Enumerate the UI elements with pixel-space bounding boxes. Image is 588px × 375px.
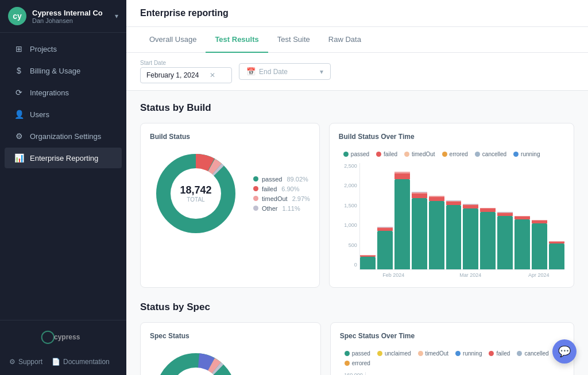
bar-col [532, 163, 547, 269]
spec-bar-title: Spec Status Over Time [340, 332, 415, 340]
spec-donut-chart: 1,362,432 TOTAL [150, 347, 242, 375]
bar-seg-passed [412, 198, 427, 269]
legend-passed-bar: passed [343, 151, 369, 157]
sidebar-item-label: Users [30, 110, 49, 119]
bar-col [463, 163, 478, 269]
projects-icon: ⊞ [14, 44, 24, 53]
sidebar-nav: ⊞ Projects $ Billing & Usage ⟳ Integrati… [0, 33, 126, 320]
bar-seg-passed [549, 243, 564, 269]
build-donut-center: 18,742 TOTAL [180, 184, 211, 203]
build-bar-legend: passed failed timedOut errored cancelled… [343, 151, 540, 157]
tab-overall-usage[interactable]: Overall Usage [140, 27, 206, 53]
bar-col [533, 372, 548, 375]
sidebar-logo: cy [8, 7, 26, 25]
status-by-build-title: Status by Build [140, 102, 574, 114]
bar-col [466, 372, 481, 375]
build-bar-chart-area: 05001,0001,5002,0002,500 [339, 163, 564, 278]
bar-col [429, 163, 444, 269]
build-legend: passed 89.02% failed 6.90% timedOut [253, 176, 310, 212]
start-date-input[interactable]: February 1, 2024 ✕ [140, 67, 232, 83]
chevron-down-icon[interactable]: ▾ [115, 12, 118, 20]
legend-timedout: timedOut 2.97% [253, 195, 310, 202]
spec-legend-running-bar: running [455, 350, 482, 357]
bar-col [377, 163, 393, 269]
bar-col [480, 163, 496, 269]
tab-raw-data[interactable]: Raw Data [319, 27, 370, 53]
bar-col [449, 372, 464, 375]
timedout-dot [253, 196, 258, 201]
spec-donut-container: 1,362,432 TOTAL passed 90.33% [150, 347, 311, 375]
main-content: Status by Build Build Status [126, 91, 588, 375]
sidebar-item-integrations[interactable]: ⟳ Integrations [5, 82, 122, 103]
enterprise-icon: 📊 [14, 153, 24, 163]
settings-icon: ⚙ [14, 132, 24, 141]
bar-col [416, 372, 431, 375]
chat-bubble[interactable]: 💬 [552, 339, 577, 364]
tab-test-results[interactable]: Test Results [206, 27, 268, 53]
user-name: Dan Johansen [32, 17, 109, 24]
spec-charts-row: Spec Status 1,362,432 [140, 322, 574, 375]
build-bar-title: Build Status Over Time [339, 133, 415, 141]
spec-legend-errored-bar: errored [345, 360, 370, 366]
bar-seg-passed [463, 208, 478, 269]
sidebar-item-projects[interactable]: ⊞ Projects [5, 38, 122, 59]
status-by-spec-title: Status by Spec [140, 301, 574, 313]
sidebar-item-users[interactable]: 👤 Users [5, 104, 122, 125]
docs-label: Documentation [63, 358, 110, 366]
support-link[interactable]: ⚙ Support [9, 358, 42, 366]
start-date-value: February 1, 2024 [146, 71, 199, 79]
tabs-bar: Overall Usage Test Results Test Suite Ra… [126, 27, 588, 53]
build-donut-container: 18,742 TOTAL passed 89.02% [150, 148, 310, 239]
legend-running-bar: running [513, 151, 540, 157]
legend-errored-bar: errored [442, 151, 468, 157]
bar-col [432, 372, 447, 375]
sidebar-item-label: Organization Settings [30, 132, 101, 141]
passed-dot [253, 176, 258, 181]
start-date-wrap: Start Date February 1, 2024 ✕ [140, 60, 232, 83]
bar-col [482, 372, 497, 375]
other-dot [253, 206, 258, 211]
clear-date-icon[interactable]: ✕ [210, 71, 215, 79]
bar-seg-passed [480, 212, 496, 269]
bar-col [360, 163, 376, 269]
bar-col [446, 163, 462, 269]
spec-bars-area [365, 372, 564, 375]
bar-seg-failed [429, 197, 444, 201]
spec-legend-passed-bar: passed [345, 350, 370, 357]
bar-col [382, 372, 397, 375]
build-donut-card: Build Status [140, 123, 320, 288]
end-date-input[interactable]: 📅 End Date ▾ [239, 63, 331, 80]
sidebar-header[interactable]: cy Cypress Internal Co Dan Johansen ▾ [0, 0, 126, 33]
billing-icon: $ [14, 66, 24, 75]
docs-link[interactable]: 📄 Documentation [52, 358, 110, 366]
bar-col [412, 163, 427, 269]
spec-bar-card: Spec Status Over Time passed unclaimed t… [330, 322, 574, 375]
build-bar-card: Build Status Over Time passed failed tim… [329, 123, 574, 288]
sidebar-item-billing[interactable]: $ Billing & Usage [5, 60, 122, 81]
footer-links: ⚙ Support 📄 Documentation [9, 358, 117, 366]
build-charts-row: Build Status [140, 123, 574, 288]
tab-test-suite[interactable]: Test Suite [268, 27, 319, 53]
spec-legend-timedout-bar: timedOut [418, 350, 449, 357]
sidebar-item-label: Enterprise Reporting [30, 154, 98, 163]
chevron-down-icon: ▾ [320, 68, 323, 76]
bar-seg-failed [412, 194, 427, 198]
legend-failed: failed 6.90% [253, 185, 310, 192]
bar-col [514, 163, 530, 269]
build-donut-title: Build Status [150, 133, 310, 141]
sidebar-item-org-settings[interactable]: ⚙ Organization Settings [5, 126, 122, 146]
spec-bar-chart-inner: Feb 2024 Mar 2024 Apr 2024 [365, 372, 564, 375]
build-total: 18,742 [180, 184, 211, 196]
sidebar: cy Cypress Internal Co Dan Johansen ▾ ⊞ … [0, 0, 126, 375]
sidebar-item-label: Integrations [30, 88, 69, 97]
build-donut-chart: 18,742 TOTAL [150, 148, 242, 239]
svg-text:cypress: cypress [54, 334, 80, 342]
sidebar-footer: cypress ⚙ Support 📄 Documentation [0, 320, 126, 375]
spec-donut-title: Spec Status [150, 332, 311, 340]
bar-seg-passed [360, 257, 376, 269]
bar-col [394, 163, 410, 269]
content-area: Status by Build Build Status [126, 91, 588, 375]
bar-col [549, 163, 564, 269]
sidebar-item-enterprise[interactable]: 📊 Enterprise Reporting [5, 148, 122, 168]
svg-point-0 [42, 331, 54, 343]
